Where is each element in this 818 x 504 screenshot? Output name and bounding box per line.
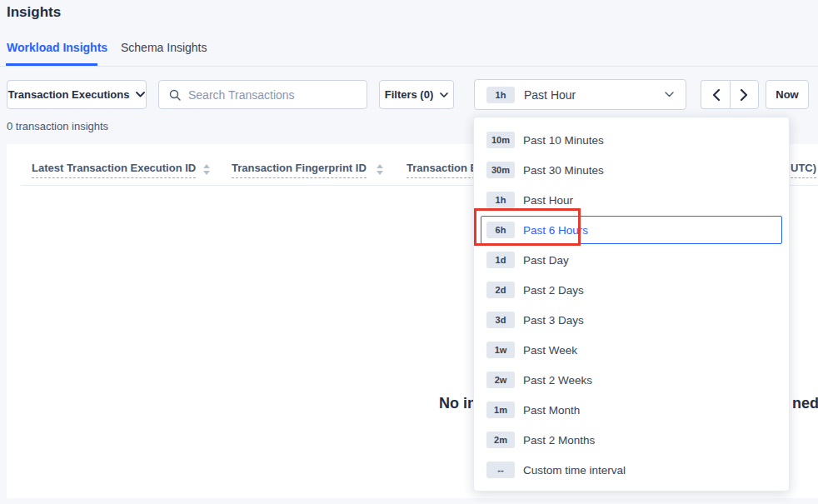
sort-asc-icon: [203, 164, 210, 168]
time-interval-option[interactable]: 6h Past 6 Hours: [474, 215, 789, 245]
time-option-badge: 2m: [486, 432, 515, 448]
time-back-button[interactable]: [701, 80, 730, 109]
time-option-label: Past 2 Months: [523, 434, 595, 447]
time-option-label: Past 2 Weeks: [523, 374, 592, 387]
time-forward-button[interactable]: [730, 80, 759, 109]
time-interval-option[interactable]: 2m Past 2 Months: [474, 425, 789, 455]
chevron-down-icon: [136, 92, 145, 97]
time-option-label: Past 6 Hours: [523, 224, 588, 237]
tab-schema-insights[interactable]: Schema Insights: [121, 41, 207, 54]
time-option-label: Past Week: [523, 344, 577, 357]
filters-button-label: Filters (0): [385, 88, 434, 101]
now-button[interactable]: Now: [766, 80, 809, 109]
time-option-badge: 1w: [486, 342, 515, 358]
time-interval-option[interactable]: 2w Past 2 Weeks: [474, 365, 789, 395]
search-input[interactable]: [188, 88, 357, 102]
time-interval-label: Past Hour: [524, 88, 576, 102]
time-option-badge: --: [486, 462, 515, 478]
time-option-badge: 1h: [486, 192, 515, 208]
column-header-transaction-execution-clipped[interactable]: Transaction Ex: [407, 162, 483, 178]
insights-page: Insights Workload Insights Schema Insigh…: [0, 0, 818, 504]
time-option-label: Past Month: [523, 404, 580, 417]
time-interval-option[interactable]: 30m Past 30 Minutes: [474, 155, 789, 185]
time-interval-select[interactable]: 1h Past Hour: [474, 79, 686, 110]
time-option-badge: 2d: [486, 282, 515, 298]
time-interval-dropdown: 10m Past 10 Minutes 30m Past 30 Minutes …: [473, 117, 790, 492]
sort-icon[interactable]: [203, 164, 210, 175]
time-option-label: Past Hour: [523, 194, 573, 207]
caret-left-icon: [712, 89, 720, 101]
time-interval-option[interactable]: 3d Past 3 Days: [474, 305, 789, 335]
workload-type-select[interactable]: Transaction Executions: [7, 80, 147, 109]
time-option-label: Past 3 Days: [523, 314, 584, 327]
time-option-badge: 2w: [486, 372, 515, 388]
time-interval-option[interactable]: 2d Past 2 Days: [474, 275, 789, 305]
time-interval-option[interactable]: 1h Past Hour: [474, 185, 789, 215]
sort-desc-icon: [203, 171, 210, 175]
empty-state-message-end: ned.: [792, 395, 818, 412]
time-option-badge: 30m: [486, 162, 515, 178]
time-nav-arrows: [701, 80, 759, 109]
chevron-down-icon: [440, 92, 448, 97]
sort-icon[interactable]: [377, 164, 383, 175]
time-option-badge: 1m: [486, 402, 515, 418]
workload-type-select-label: Transaction Executions: [8, 88, 130, 101]
time-option-badge: 6h: [486, 222, 515, 238]
time-option-badge: 1d: [486, 252, 515, 268]
column-header-utc-clipped[interactable]: UTC): [791, 162, 816, 178]
empty-state-message-start: No in: [439, 395, 476, 412]
time-option-badge: 10m: [486, 132, 515, 148]
column-header-latest-transaction-execution-id[interactable]: Latest Transaction Execution ID: [32, 162, 196, 178]
time-interval-option[interactable]: -- Custom time interval: [474, 455, 789, 485]
time-option-label: Past Day: [523, 254, 569, 267]
time-interval-option[interactable]: 1w Past Week: [474, 335, 789, 365]
time-interval-option[interactable]: 10m Past 10 Minutes: [474, 125, 789, 155]
time-interval-badge: 1h: [486, 87, 515, 103]
search-icon: [169, 89, 181, 101]
time-interval-option[interactable]: 1m Past Month: [474, 395, 789, 425]
now-button-label: Now: [776, 88, 798, 101]
sort-desc-icon: [377, 171, 383, 175]
time-interval-option[interactable]: 1d Past Day: [474, 245, 789, 275]
caret-right-icon: [741, 89, 748, 101]
chevron-down-icon: [665, 92, 674, 97]
sort-asc-icon: [377, 164, 383, 168]
tab-workload-insights[interactable]: Workload Insights: [7, 41, 107, 54]
results-count: 0 transaction insights: [7, 120, 108, 132]
header-divider: [0, 66, 818, 67]
filters-button[interactable]: Filters (0): [379, 80, 454, 109]
time-option-label: Past 2 Days: [523, 284, 584, 297]
search-field[interactable]: [158, 80, 367, 109]
time-option-label: Past 10 Minutes: [523, 134, 604, 147]
time-option-label: Custom time interval: [523, 464, 626, 477]
time-option-label: Past 30 Minutes: [523, 164, 604, 177]
page-title: Insights: [7, 4, 61, 21]
column-header-transaction-fingerprint-id[interactable]: Transaction Fingerprint ID: [232, 162, 367, 178]
time-option-badge: 3d: [486, 312, 515, 328]
